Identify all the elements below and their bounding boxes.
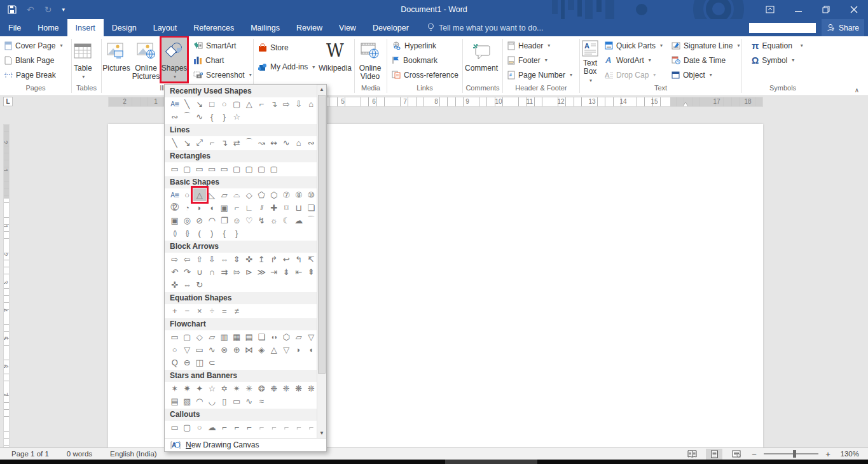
symbol-button[interactable]: Ω Symbol▾ (750, 53, 805, 67)
tell-me-box[interactable]: Tell me what you want to do... (427, 19, 544, 36)
shape-round-same-side-corner-rectangle[interactable]: ▢ (256, 162, 268, 175)
shape-decision[interactable]: ◇ (193, 330, 206, 343)
print-layout-button[interactable] (706, 449, 722, 460)
shape-half-frame[interactable]: ⌐ (231, 201, 244, 214)
shape-trapezoid[interactable]: ⌓ (231, 188, 244, 201)
shape-down-arrow-callout[interactable]: ⇟ (280, 265, 293, 278)
share-button[interactable]: Share (822, 19, 864, 36)
shape-line-callout-2[interactable]: ⌐ (231, 421, 244, 433)
shape-smiley-face[interactable]: ☺ (231, 214, 244, 227)
shape-curved-right-arrow[interactable]: ↷ (181, 265, 194, 278)
shape-manual-input[interactable]: ▱ (293, 330, 305, 343)
shape-rounded-rectangular-callout[interactable]: ▢ (181, 421, 194, 433)
screenshot-button[interactable]: Screenshot▾ (191, 67, 254, 82)
shape-oval[interactable]: ○ (218, 97, 231, 110)
shape-right-brace[interactable]: } (218, 110, 231, 123)
shape-isosceles-triangle[interactable]: △ (193, 188, 206, 201)
shape-left-right-up-arrow[interactable]: ↥ (256, 253, 268, 265)
shape-star-7-point[interactable]: ✴ (231, 382, 244, 395)
shape-dodecagon[interactable]: ⑫ (169, 201, 181, 214)
drop-cap-button[interactable]: A Drop Cap▾ (603, 67, 665, 82)
tab-mailings[interactable]: Mailings (242, 19, 288, 36)
shape-double-bracket[interactable]: () (169, 227, 181, 239)
shape-star-32-point[interactable]: ❊ (305, 382, 318, 395)
shape-division-sign[interactable]: ÷ (206, 304, 219, 317)
shape-extract[interactable]: △ (268, 343, 280, 356)
shape-star-5-point[interactable]: ☆ (206, 382, 219, 395)
shape-scribble[interactable]: ∾ (305, 136, 318, 149)
tab-file[interactable]: File (0, 19, 29, 36)
shape-rectangle[interactable]: □ (206, 97, 219, 110)
shape-elbow-connector[interactable]: ⌐ (256, 97, 268, 110)
tab-stop-selector[interactable]: L (3, 97, 13, 106)
shape-predefined-process[interactable]: ▥ (218, 330, 231, 343)
shape-curved-connector[interactable]: ⌒ (243, 136, 256, 149)
shape-double-wave[interactable]: ≈ (256, 395, 268, 407)
shape-regular-pentagon[interactable]: ⬠ (256, 188, 268, 201)
equation-button[interactable]: π Equation▾ (750, 38, 805, 53)
bookmark-button[interactable]: Bookmark (390, 53, 460, 67)
shape-multiplication-sign[interactable]: × (193, 304, 206, 317)
shape-line-callout-1-no-border[interactable]: ⌐ (268, 421, 280, 433)
shape-rounded-rectangle[interactable]: ▢ (231, 97, 244, 110)
shape-elbow-double-arrow-connector[interactable]: ⇄ (231, 136, 244, 149)
shape-off-page-connector[interactable]: ▽ (181, 343, 194, 356)
shape-delay[interactable]: ◗ (293, 343, 305, 356)
shape-line-arrow[interactable]: ↘ (193, 97, 206, 110)
web-layout-button[interactable] (728, 449, 745, 460)
shape-freeform[interactable]: ⌂ (293, 136, 305, 149)
shape-striped-right-arrow[interactable]: ⇉ (218, 265, 231, 278)
shape-cross[interactable]: ✚ (268, 201, 280, 214)
shape-star-16-point[interactable]: ❈ (280, 382, 293, 395)
shape-chevron-arrow[interactable]: ≫ (256, 265, 268, 278)
store-button[interactable]: Store (256, 38, 317, 57)
shape-star-24-point[interactable]: ❋ (293, 382, 305, 395)
shape-line-callout-3[interactable]: ⌐ (243, 421, 256, 433)
shape-donut[interactable]: ◎ (181, 214, 194, 227)
shape-direct-access-storage[interactable]: ◫ (193, 356, 206, 369)
shape-scribble[interactable]: ∾ (169, 110, 181, 123)
collapse-ribbon-icon[interactable]: ∧ (855, 87, 859, 94)
shape-curved-left-arrow[interactable]: ↶ (169, 265, 181, 278)
shape-summing-junction[interactable]: ⊗ (218, 343, 231, 356)
shape-elbow-arrow-connector[interactable]: ↴ (268, 97, 280, 110)
header-button[interactable]: Header▾ (506, 38, 574, 53)
shape-equal-sign[interactable]: = (218, 304, 231, 317)
shape-right-arrow[interactable]: ⇨ (169, 253, 181, 265)
shape-line-arrow[interactable]: ↘ (181, 136, 194, 149)
shape-elbow-arrow-connector[interactable]: ↴ (218, 136, 231, 149)
shape-curved-up-arrow[interactable]: ∩ (206, 265, 219, 278)
shape-cloud[interactable]: ☁ (293, 214, 305, 227)
tab-home[interactable]: Home (29, 19, 67, 36)
page-indicator[interactable]: Page 1 of 1 (11, 450, 49, 458)
shape-curve[interactable]: ∿ (280, 136, 293, 149)
shape-internal-storage[interactable]: ▦ (231, 330, 244, 343)
tab-review[interactable]: Review (288, 19, 331, 36)
shape-no-symbol[interactable]: ⊘ (193, 214, 206, 227)
text-box-button[interactable]: A Text Box ▾ (580, 38, 600, 83)
word-count[interactable]: 0 words (67, 450, 92, 458)
shape-left-right-arrow-callout[interactable]: ⇔ (181, 278, 194, 291)
shape-left-brace[interactable]: { (218, 227, 231, 239)
page-number-button[interactable]: # Page Number▾ (506, 67, 574, 82)
chart-button[interactable]: Chart (191, 53, 254, 67)
zoom-level[interactable]: 130% (837, 450, 859, 458)
shape-rectangular-callout[interactable]: ▭ (169, 421, 181, 433)
shape-sequential-access-storage[interactable]: Q (169, 356, 181, 369)
shape-bevel[interactable]: ▣ (169, 214, 181, 227)
footer-button[interactable]: Footer▾ (506, 53, 574, 67)
shape-magnetic-disk[interactable]: ⊖ (181, 356, 194, 369)
table-button[interactable]: Table ▾ (72, 38, 94, 83)
read-mode-button[interactable] (684, 449, 700, 460)
shape-star-4-point[interactable]: ✦ (193, 382, 206, 395)
shape-right-bracket[interactable]: ) (206, 227, 219, 239)
shape-arc[interactable]: ⌒ (181, 110, 194, 123)
shape-left-right-arrow[interactable]: ⇔ (218, 253, 231, 265)
shape-elbow-connector[interactable]: ⌐ (206, 136, 219, 149)
shape-multidocument[interactable]: ❏ (256, 330, 268, 343)
shape-teardrop[interactable]: ◖ (206, 201, 219, 214)
shape-isosceles-triangle[interactable]: △ (243, 97, 256, 110)
shape-right-arrow-callout[interactable]: ⇥ (268, 265, 280, 278)
shape-left-up-arrow[interactable]: ↰ (293, 253, 305, 265)
dropdown-scrollbar[interactable]: ▲ ▼ (317, 85, 326, 438)
